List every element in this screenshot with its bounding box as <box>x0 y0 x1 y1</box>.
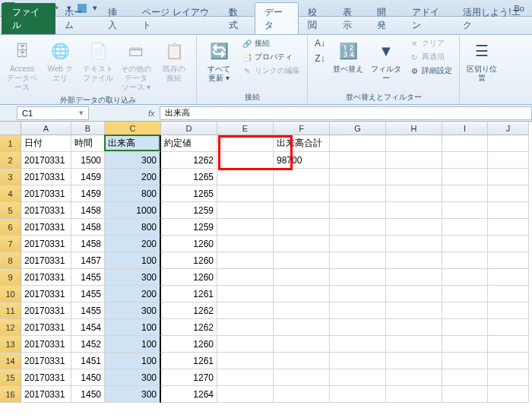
cell[interactable] <box>330 319 386 336</box>
cell[interactable] <box>386 252 442 269</box>
cell[interactable]: 1457 <box>71 252 105 269</box>
cell[interactable] <box>217 152 274 169</box>
cell[interactable]: 1261 <box>161 286 217 302</box>
row-header[interactable]: 15 <box>0 369 21 386</box>
sort-asc-button[interactable]: A↓ <box>312 37 328 49</box>
cell[interactable]: 1455 <box>71 269 105 286</box>
cell[interactable] <box>330 369 386 386</box>
cell[interactable]: 1259 <box>161 219 217 236</box>
cell[interactable] <box>330 219 386 236</box>
cell[interactable] <box>330 152 386 169</box>
cell[interactable] <box>217 286 274 302</box>
cell[interactable] <box>488 185 529 202</box>
tab-開発[interactable]: 開発 <box>368 3 403 34</box>
cell[interactable]: 200 <box>105 169 161 185</box>
cell[interactable]: 1458 <box>71 202 105 219</box>
cell[interactable] <box>217 236 274 252</box>
cell[interactable] <box>386 202 442 219</box>
cell[interactable]: 800 <box>105 185 161 202</box>
cell[interactable]: 1259 <box>161 202 217 219</box>
worksheet-grid[interactable]: ABCDEFGHIJ 1日付時間出来高約定値出来高合計2201703311500… <box>0 122 532 403</box>
cell[interactable] <box>386 135 442 152</box>
cell[interactable]: 1260 <box>161 336 217 353</box>
cell[interactable]: 20170331 <box>21 302 71 319</box>
cell[interactable]: 1451 <box>71 353 105 369</box>
cell[interactable] <box>442 336 488 353</box>
col-header-G[interactable]: G <box>330 122 386 135</box>
cell[interactable] <box>488 319 529 336</box>
from-web-button[interactable]: 🌐Web クエリ <box>43 37 78 84</box>
formula-bar[interactable]: 出来高 <box>160 106 532 120</box>
cell[interactable]: 200 <box>105 286 161 302</box>
cell[interactable]: 日付 <box>21 135 71 152</box>
cell[interactable] <box>330 185 386 202</box>
col-header-J[interactable]: J <box>488 122 529 135</box>
cell[interactable] <box>274 319 330 336</box>
cell[interactable] <box>386 219 442 236</box>
cell[interactable] <box>274 185 330 202</box>
cell[interactable] <box>217 386 274 403</box>
cell[interactable] <box>330 336 386 353</box>
filter-button[interactable]: ▼フィルター <box>369 37 404 84</box>
cell[interactable]: 800 <box>105 219 161 236</box>
cell[interactable]: 1000 <box>105 202 161 219</box>
cell[interactable] <box>386 169 442 185</box>
cell[interactable] <box>217 369 274 386</box>
clear-filter-button[interactable]: ✕クリア <box>407 37 454 49</box>
cell[interactable] <box>386 353 442 369</box>
col-header-F[interactable]: F <box>274 122 330 135</box>
cell[interactable] <box>386 302 442 319</box>
tab-データ[interactable]: データ <box>255 2 299 34</box>
cell[interactable] <box>488 286 529 302</box>
cell[interactable] <box>488 202 529 219</box>
cell[interactable] <box>386 185 442 202</box>
tab-ホーム[interactable]: ホーム <box>55 3 98 34</box>
cell[interactable] <box>488 219 529 236</box>
cell[interactable] <box>488 336 529 353</box>
cell[interactable] <box>330 169 386 185</box>
cell[interactable]: 1262 <box>161 152 217 169</box>
cell[interactable]: 1264 <box>161 386 217 403</box>
cell[interactable] <box>274 169 330 185</box>
cell[interactable] <box>386 152 442 169</box>
cell[interactable]: 1261 <box>161 353 217 369</box>
tab-校閲[interactable]: 校閲 <box>299 3 334 34</box>
existing-conn-button[interactable]: 📋既存の 接続 <box>157 37 192 84</box>
cell[interactable] <box>217 219 274 236</box>
cell[interactable]: 300 <box>105 152 161 169</box>
tab-数式[interactable]: 数式 <box>220 3 255 34</box>
cell[interactable]: 20170331 <box>21 386 71 403</box>
cell[interactable]: 1262 <box>161 302 217 319</box>
cell[interactable] <box>442 185 488 202</box>
properties-button[interactable]: 📑プロパティ <box>239 51 302 63</box>
cell[interactable]: 98700 <box>274 152 330 169</box>
row-header[interactable]: 4 <box>0 185 21 202</box>
cell[interactable]: 1452 <box>71 336 105 353</box>
cell[interactable]: 300 <box>105 269 161 286</box>
cell[interactable] <box>442 386 488 403</box>
cell[interactable]: 20170331 <box>21 353 71 369</box>
cell[interactable] <box>330 202 386 219</box>
cell[interactable]: 20170331 <box>21 185 71 202</box>
tab-ページ レイアウト[interactable]: ページ レイアウト <box>133 3 220 34</box>
cell[interactable]: 100 <box>105 353 161 369</box>
cell[interactable] <box>386 269 442 286</box>
row-header[interactable]: 10 <box>0 286 21 302</box>
cell[interactable] <box>330 269 386 286</box>
cell[interactable] <box>330 236 386 252</box>
cell[interactable]: 20170331 <box>21 202 71 219</box>
reapply-button[interactable]: ↻再適用 <box>407 51 454 63</box>
cell[interactable]: 20170331 <box>21 336 71 353</box>
cell[interactable] <box>488 269 529 286</box>
cell[interactable]: 20170331 <box>21 286 71 302</box>
cell[interactable]: 1458 <box>71 236 105 252</box>
row-header[interactable]: 5 <box>0 202 21 219</box>
cell[interactable]: 20170331 <box>21 169 71 185</box>
name-box[interactable]: C1▾ <box>17 106 89 120</box>
cell[interactable] <box>274 269 330 286</box>
cell[interactable] <box>442 286 488 302</box>
from-other-button[interactable]: 🗃その他の データ ソース ▾ <box>119 37 154 93</box>
cell[interactable] <box>330 286 386 302</box>
cell[interactable] <box>274 386 330 403</box>
cell[interactable] <box>274 202 330 219</box>
